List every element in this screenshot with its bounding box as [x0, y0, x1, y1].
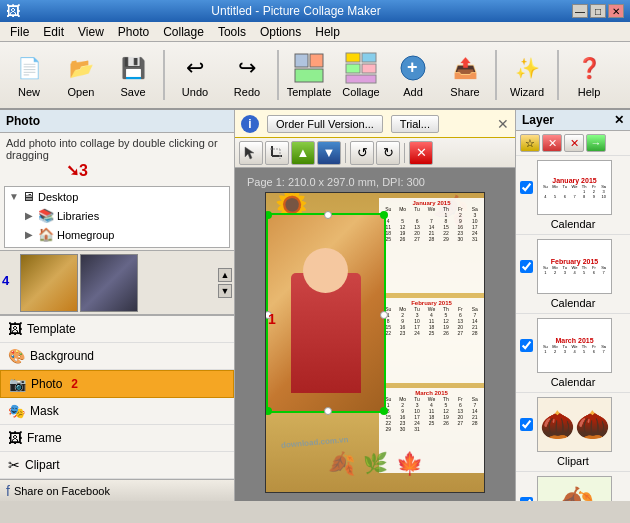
template-button[interactable]: Template — [284, 46, 334, 104]
number-label-4: 4 — [2, 273, 9, 288]
rotate-right-button[interactable]: ↻ — [376, 141, 400, 165]
layer-thumb-5[interactable]: 🍂 — [537, 476, 612, 501]
layer-item-5-checkbox[interactable] — [520, 497, 533, 501]
layer-item-3-label: Calendar — [520, 376, 626, 388]
nav-background[interactable]: 🎨 Background — [0, 343, 234, 370]
order-full-version-button[interactable]: Order Full Version... — [267, 115, 383, 133]
menu-collage[interactable]: Collage — [157, 24, 210, 40]
svg-rect-5 — [346, 64, 360, 73]
nav-photo[interactable]: 📷 Photo 2 — [0, 370, 234, 398]
cal-grid-2: SuMoTuWeThFrSa 1234567 — [541, 265, 609, 275]
layer-thumb-3[interactable]: March 2015 SuMoTuWeThFrSa 1234567 — [537, 318, 612, 373]
layer-close-button[interactable]: ✕ — [614, 113, 624, 127]
layer-arrow-btn[interactable]: → — [586, 134, 606, 152]
selection-dot-right[interactable] — [380, 311, 388, 319]
layer-item-1-checkbox[interactable] — [520, 181, 533, 194]
new-button[interactable]: 📄 New — [4, 46, 54, 104]
menu-view[interactable]: View — [72, 24, 110, 40]
background-nav-icon: 🎨 — [8, 348, 25, 364]
layer-yellow-btn[interactable]: ☆ — [520, 134, 540, 152]
facebook-icon: f — [6, 483, 10, 499]
svg-rect-0 — [295, 54, 308, 67]
thumb-up-button[interactable]: ▲ — [218, 268, 232, 282]
thumbnail-2[interactable] — [80, 254, 138, 312]
tree-label: Desktop — [38, 191, 78, 203]
thumb-image-2 — [81, 255, 137, 311]
menu-edit[interactable]: Edit — [37, 24, 70, 40]
menu-help[interactable]: Help — [309, 24, 346, 40]
tree-label: SP-TuyếtMai — [57, 247, 121, 248]
nav-frame-label: Frame — [27, 431, 62, 445]
undo-button[interactable]: ↩ Undo — [170, 46, 220, 104]
share-facebook-bar[interactable]: f Share on Facebook — [0, 479, 234, 501]
svg-rect-1 — [310, 54, 323, 67]
select-tool-button[interactable] — [239, 141, 263, 165]
thumb-down-button[interactable]: ▼ — [218, 284, 232, 298]
title-bar: 🖼 Untitled - Picture Collage Maker — □ ✕ — [0, 0, 630, 22]
canvas-area[interactable]: Page 1: 210.0 x 297.0 mm, DPI: 300 🌻 🍂 J… — [235, 168, 515, 501]
selection-dot-tr[interactable] — [380, 211, 388, 219]
tree-item-homegroup[interactable]: ▶ 🏠 Homegroup — [5, 225, 229, 244]
maximize-button[interactable]: □ — [590, 4, 606, 18]
nav-mask[interactable]: 🎭 Mask — [0, 398, 234, 425]
layer-item-5-row: 🍂 — [520, 476, 626, 501]
collage-canvas[interactable]: 🌻 🍂 January 2015 SuMoTuWeThFrSa 123 4567… — [265, 192, 485, 493]
nav-frame[interactable]: 🖼 Frame — [0, 425, 234, 452]
layer-thumb-1[interactable]: January 2015 SuMoTuWeThFrSa 123 45678910 — [537, 160, 612, 215]
add-button[interactable]: + Add — [388, 46, 438, 104]
menu-photo[interactable]: Photo — [112, 24, 155, 40]
save-button[interactable]: 💾 Save — [108, 46, 158, 104]
wizard-button[interactable]: ✨ Wizard — [502, 46, 552, 104]
window-controls: — □ ✕ — [572, 4, 624, 18]
move-up-button[interactable]: ▲ — [291, 141, 315, 165]
layer-item-4-checkbox[interactable] — [520, 418, 533, 431]
menu-tools[interactable]: Tools — [212, 24, 252, 40]
img-toolbar-sep1 — [345, 143, 346, 163]
tree-item-libraries[interactable]: ▶ 📚 Libraries — [5, 206, 229, 225]
delete-button[interactable]: ✕ — [409, 141, 433, 165]
minimize-button[interactable]: — — [572, 4, 588, 18]
crop-tool-button[interactable] — [265, 141, 289, 165]
number-1-label: 1 — [268, 311, 276, 327]
image-toolbar: ▲ ▼ ↺ ↻ ✕ — [235, 138, 515, 168]
selection-dot-bottom[interactable] — [324, 407, 332, 415]
help-icon: ❓ — [573, 52, 605, 84]
move-down-button[interactable]: ▼ — [317, 141, 341, 165]
share-button[interactable]: 📤 Share — [440, 46, 490, 104]
layer-item-2: February 2015 SuMoTuWeThFrSa 1234567 Cal… — [516, 235, 630, 314]
share-icon: 📤 — [449, 52, 481, 84]
nav-template[interactable]: 🖼 Template — [0, 316, 234, 343]
trial-button[interactable]: Trial... — [391, 115, 439, 133]
clipart-acorns: 🌰🌰 — [540, 411, 610, 439]
redo-button[interactable]: ↪ Redo — [222, 46, 272, 104]
layer-item-2-checkbox[interactable] — [520, 260, 533, 273]
undo-label: Undo — [182, 86, 208, 98]
tree-item-desktop[interactable]: ▼ 🖥 Desktop — [5, 187, 229, 206]
layer-panel: Layer ✕ ☆ ✕ ✕ → January 2015 SuMoTuWeThF… — [515, 110, 630, 501]
menu-file[interactable]: File — [4, 24, 35, 40]
baby-silhouette — [291, 273, 361, 393]
save-icon: 💾 — [117, 52, 149, 84]
info-close-button[interactable]: ✕ — [497, 116, 509, 132]
thumbnail-1[interactable] — [20, 254, 78, 312]
layer-thumb-2[interactable]: February 2015 SuMoTuWeThFrSa 1234567 — [537, 239, 612, 294]
help-button[interactable]: ❓ Help — [564, 46, 614, 104]
layer-red-btn[interactable]: ✕ — [542, 134, 562, 152]
collage-button[interactable]: Collage — [336, 46, 386, 104]
tree-item-sp[interactable]: ▶ 💻 SP-TuyếtMai — [5, 244, 229, 248]
layer-item-3-checkbox[interactable] — [520, 339, 533, 352]
nav-clipart[interactable]: ✂ Clipart — [0, 452, 234, 479]
close-button[interactable]: ✕ — [608, 4, 624, 18]
menu-options[interactable]: Options — [254, 24, 307, 40]
layer-x-btn[interactable]: ✕ — [564, 134, 584, 152]
layer-thumb-4[interactable]: 🌰🌰 — [537, 397, 612, 452]
selection-dot-top[interactable] — [324, 211, 332, 219]
rotate-left-button[interactable]: ↺ — [350, 141, 374, 165]
photo-frame-selected[interactable] — [266, 213, 386, 413]
layer-item-2-row: February 2015 SuMoTuWeThFrSa 1234567 — [520, 239, 626, 294]
open-button[interactable]: 📂 Open — [56, 46, 106, 104]
thumbnail-strip: 4 ▲ ▼ — [0, 250, 234, 315]
layer-item-1-label: Calendar — [520, 218, 626, 230]
page-label: Page 1: 210.0 x 297.0 mm, DPI: 300 — [247, 176, 425, 188]
selection-dot-br[interactable] — [380, 407, 388, 415]
